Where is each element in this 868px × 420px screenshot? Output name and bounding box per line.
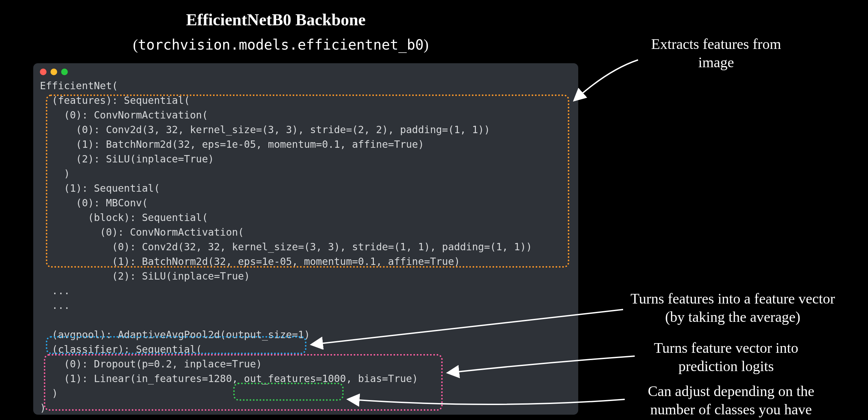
- subtitle-paren-close: ): [424, 36, 429, 53]
- maximize-icon: [61, 68, 68, 75]
- features-highlight-box: [46, 94, 569, 268]
- avgpool-highlight-box: [46, 336, 306, 354]
- minimize-icon: [51, 68, 57, 75]
- annotation-features: Extracts features from image: [638, 35, 794, 72]
- annotation-classes: Can adjust depending on the number of cl…: [625, 382, 837, 419]
- arrow-features-icon: [568, 57, 645, 107]
- subtitle-paren-open: (: [133, 36, 138, 53]
- subtitle-module-path: torchvision.models.efficientnet_b0: [138, 37, 424, 53]
- window-traffic-lights: [40, 68, 571, 75]
- diagram-subtitle: (torchvision.models.efficientnet_b0): [133, 36, 429, 53]
- close-icon: [40, 68, 46, 75]
- out-features-highlight-box: [233, 383, 344, 401]
- annotation-avgpool: Turns features into a feature vector (by…: [625, 289, 841, 326]
- diagram-title: EfficientNetB0 Backbone: [186, 10, 366, 29]
- annotation-classifier: Turns feature vector into prediction log…: [638, 339, 814, 375]
- classifier-highlight-box: [44, 354, 443, 411]
